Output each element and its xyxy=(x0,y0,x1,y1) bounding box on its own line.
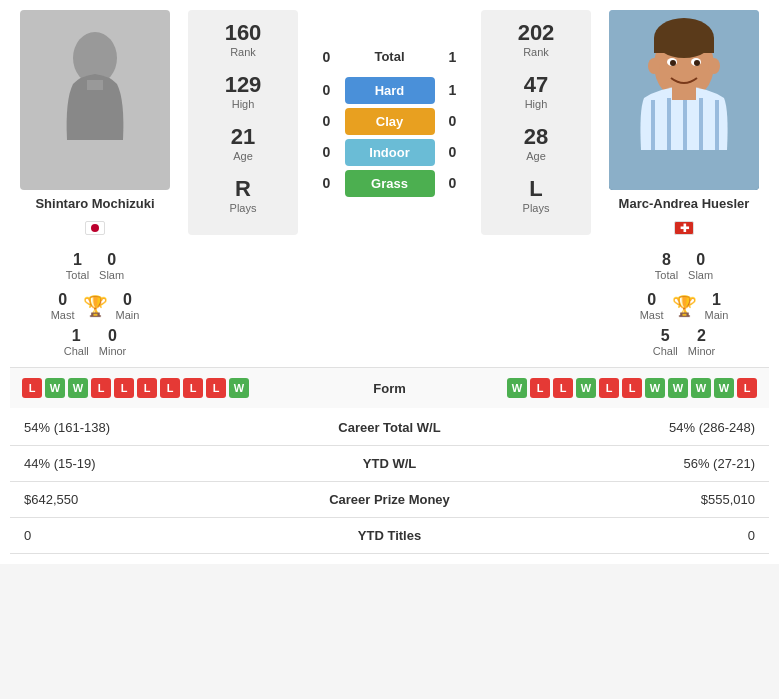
indoor-score-p1: 0 xyxy=(317,144,337,160)
player2-slam-val: 0 xyxy=(688,251,713,269)
player2-form-badges: WLLWLLWWWWL xyxy=(448,378,758,398)
player1-high-label: High xyxy=(225,98,262,110)
stats-center-label: Career Total W/L xyxy=(240,410,540,446)
player2-high-stat: 47 High xyxy=(524,72,548,110)
player1-mast-val: 0 xyxy=(51,291,75,309)
player1-name: Shintaro Mochizuki xyxy=(35,196,154,211)
player2-minor-item: 2 Minor xyxy=(688,327,716,357)
form-badge: L xyxy=(599,378,619,398)
clay-score-p1: 0 xyxy=(317,113,337,129)
clay-btn: Clay xyxy=(345,108,435,135)
player1-total-label: Total xyxy=(66,269,89,281)
player2-age-label: Age xyxy=(524,150,548,162)
player2-minor-label: Minor xyxy=(688,345,716,357)
player2-high-label: High xyxy=(524,98,548,110)
player2-rank-label: Rank xyxy=(518,46,555,58)
player2-plays-value: L xyxy=(523,176,550,202)
form-badge: L xyxy=(737,378,757,398)
player2-age-value: 28 xyxy=(524,124,548,150)
stats-right-val: 56% (27-21) xyxy=(539,446,769,482)
hard-btn: Hard xyxy=(345,77,435,104)
player1-flag xyxy=(85,221,105,235)
player1-main-label: Main xyxy=(116,309,140,321)
player1-chall-item: 1 Chall xyxy=(64,327,89,357)
player2-trophy-row: 0 Mast 🏆 1 Main xyxy=(599,291,769,321)
player1-form-badges: LWWLLLLLLW xyxy=(22,378,332,398)
players-trophy-stats: 0 Mast 🏆 0 Main 0 Mast 🏆 1 Main xyxy=(10,289,769,325)
grass-score-p2: 0 xyxy=(443,175,463,191)
player1-minor-val: 0 xyxy=(99,327,127,345)
form-badge: L xyxy=(137,378,157,398)
svg-rect-5 xyxy=(654,38,714,53)
form-badge: W xyxy=(691,378,711,398)
clay-row: 0 Clay 0 xyxy=(306,108,473,135)
player2-mast-label: Mast xyxy=(640,309,664,321)
total-row: 0 Total 1 xyxy=(317,49,463,65)
indoor-score-p2: 0 xyxy=(443,144,463,160)
player2-mid-stats: 202 Rank 47 High 28 Age L Plays xyxy=(481,10,591,235)
player1-main-val: 0 xyxy=(116,291,140,309)
surface-section: 0 Total 1 0 Hard 1 0 Clay 0 0 Indoor 0 xyxy=(306,10,473,235)
stats-left-val: 0 xyxy=(10,518,240,554)
stats-left-val: 44% (15-19) xyxy=(10,446,240,482)
player1-chall-val: 1 xyxy=(64,327,89,345)
stats-left-val: $642,550 xyxy=(10,482,240,518)
svg-point-9 xyxy=(670,60,676,66)
form-badge: W xyxy=(45,378,65,398)
player1-plays-label: Plays xyxy=(230,202,257,214)
player2-rank-value: 202 xyxy=(518,20,555,46)
player2-mast-val: 0 xyxy=(640,291,664,309)
grass-row: 0 Grass 0 xyxy=(306,170,473,197)
player2-total-label: Total xyxy=(655,269,678,281)
stats-right-val: 0 xyxy=(539,518,769,554)
form-badge: L xyxy=(91,378,111,398)
svg-rect-6 xyxy=(672,84,696,100)
player1-rank-value: 160 xyxy=(225,20,262,46)
stats-row: 54% (161-138) Career Total W/L 54% (286-… xyxy=(10,410,769,446)
form-badge: L xyxy=(622,378,642,398)
form-section: LWWLLLLLLW Form WLLWLLWWWWL xyxy=(10,367,769,408)
player1-mast-label: Mast xyxy=(51,309,75,321)
stats-right-val: 54% (286-248) xyxy=(539,410,769,446)
player1-age-value: 21 xyxy=(231,124,255,150)
player1-age-label: Age xyxy=(231,150,255,162)
indoor-btn: Indoor xyxy=(345,139,435,166)
form-badge: W xyxy=(576,378,596,398)
form-badge: L xyxy=(160,378,180,398)
player2-mast-item: 0 Mast xyxy=(640,291,664,321)
player2-name: Marc-Andrea Huesler xyxy=(619,196,750,211)
player2-chall-row: 5 Chall 2 Minor xyxy=(599,327,769,357)
player1-slam-item: 0 Slam xyxy=(99,251,124,281)
hard-score-p1: 0 xyxy=(317,82,337,98)
form-badge: L xyxy=(22,378,42,398)
grass-score-p1: 0 xyxy=(317,175,337,191)
hard-row: 0 Hard 1 xyxy=(306,77,473,104)
main-container: Shintaro Mochizuki 160 Rank 129 High 21 … xyxy=(0,0,779,564)
stats-left-val: 54% (161-138) xyxy=(10,410,240,446)
player1-chall-row: 1 Chall 0 Minor xyxy=(10,327,180,357)
player2-flag: ✚ xyxy=(674,221,694,235)
player2-total-val: 8 xyxy=(655,251,678,269)
stats-center-label: YTD Titles xyxy=(240,518,540,554)
player1-minor-item: 0 Minor xyxy=(99,327,127,357)
player2-slam-item: 0 Slam xyxy=(688,251,713,281)
player1-mast-item: 0 Mast xyxy=(51,291,75,321)
form-badge: L xyxy=(530,378,550,398)
stats-row: 0 YTD Titles 0 xyxy=(10,518,769,554)
player2-chall-label: Chall xyxy=(653,345,678,357)
form-badge: W xyxy=(668,378,688,398)
svg-rect-1 xyxy=(87,80,103,90)
clay-score-p2: 0 xyxy=(443,113,463,129)
player2-slam-label: Slam xyxy=(688,269,713,281)
total-label: Total xyxy=(345,49,435,64)
hard-score-p2: 1 xyxy=(443,82,463,98)
player1-trophy-icon: 🏆 xyxy=(83,294,108,318)
stats-right-val: $555,010 xyxy=(539,482,769,518)
player2-avatar xyxy=(609,10,759,190)
form-label: Form xyxy=(340,381,440,396)
player2-plays-stat: L Plays xyxy=(523,176,550,214)
player2-minor-val: 2 xyxy=(688,327,716,345)
players-bottom-stats: 1 Total 0 Slam 8 Total 0 Slam xyxy=(10,247,769,289)
player2-total-item: 8 Total xyxy=(655,251,678,281)
player1-chall-label: Chall xyxy=(64,345,89,357)
